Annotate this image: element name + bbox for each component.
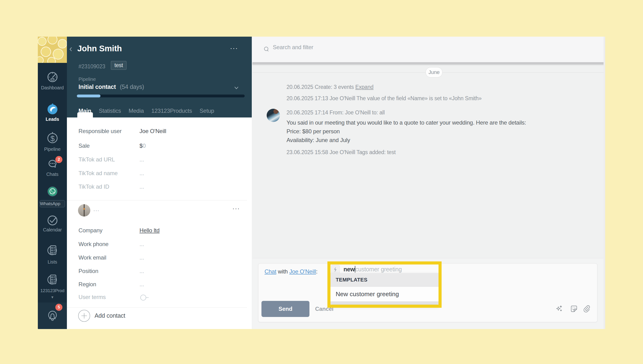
lead-menu-dots-icon[interactable]: ··· (230, 44, 238, 52)
colon-text: : (316, 268, 318, 275)
company-link[interactable]: Hello ltd (140, 227, 160, 234)
lead-card-header: ‹ John Smith ··· #23109023 test Pipeline… (67, 37, 252, 118)
chevron-down-icon[interactable] (232, 84, 240, 92)
field-row-position: Position... (78, 268, 144, 274)
whatsapp-icon (46, 185, 59, 198)
message-input[interactable]: newcustomer greeting (344, 266, 402, 273)
chat-with-line: Chat with Joe O'Neill: (264, 268, 318, 275)
tab-setup[interactable]: Setup (200, 108, 214, 114)
back-chevron-icon[interactable]: ‹ (69, 44, 72, 54)
tab-statistics[interactable]: Statistics (99, 108, 121, 114)
field-row-user-terms: User terms (78, 293, 152, 302)
sidebar-item-dashboard[interactable] (38, 70, 67, 84)
field-label: TikTok ad name (78, 170, 140, 176)
tab-products[interactable]: 123123Products (151, 108, 192, 114)
sidebar-item-calendar[interactable] (38, 214, 67, 228)
panel-scrollbar-gutter[interactable] (604, 37, 605, 329)
sidebar-expand-caret-icon[interactable]: ▾ (38, 295, 67, 300)
stage-days: (54 days) (120, 84, 144, 90)
message-body: You said in our meeting that you would l… (286, 118, 526, 144)
lead-tabs: Main Statistics Media 123123Products Set… (78, 108, 214, 114)
sidebar-item-lists[interactable] (38, 243, 67, 258)
template-shortcut-chip[interactable] (331, 265, 340, 274)
sidebar-item-whatsapp[interactable] (38, 185, 67, 199)
notifications-section: 5 (38, 302, 67, 329)
notifications-badge: 5 (55, 304, 62, 311)
horizontal-scrollbar[interactable] (252, 62, 605, 64)
active-tab-notch (77, 112, 93, 118)
sidebar-label-pipeline[interactable]: Pipeline (38, 146, 67, 152)
leads-logo-icon (46, 102, 59, 116)
sidebar-label-whatsapp[interactable]: WhatsApp (40, 200, 65, 207)
sidebar-label-leads[interactable]: Leads (38, 116, 67, 122)
contact-mini-menu-dots-icon[interactable]: ... (94, 206, 100, 212)
send-button[interactable]: Send (262, 301, 310, 317)
message-line: Price: $80 per person (286, 127, 526, 136)
stage-progress-bar (77, 94, 245, 98)
cancel-button[interactable]: Cancel (315, 306, 334, 312)
sidebar-label-dashboard[interactable]: Dashboard (38, 85, 67, 90)
field-label: TikTok ad ID (78, 184, 140, 190)
dashboard-gauge-icon (46, 70, 59, 84)
ai-sparkles-icon[interactable] (554, 304, 563, 313)
app-window: Dashboard Leads $ Pipeline (38, 37, 605, 329)
sidebar-item-products[interactable] (38, 272, 67, 287)
field-value[interactable]: ... (140, 184, 144, 190)
sidebar-item-leads[interactable] (38, 102, 67, 116)
account-logo-lemons[interactable] (38, 37, 67, 63)
field-row-work-phone: Work phone... (78, 241, 144, 248)
lead-tag-chip[interactable]: test (111, 61, 126, 70)
field-value[interactable]: ... (140, 254, 144, 261)
sidebar-label-calendar[interactable]: Calendar (38, 227, 67, 232)
field-label: TikTok ad URL (78, 156, 140, 163)
recipient-link[interactable]: Joe O'Neill (289, 268, 316, 275)
message-author-avatar[interactable] (267, 109, 280, 122)
section-divider (67, 200, 247, 200)
chat-type-link[interactable]: Chat (264, 268, 276, 275)
sidebar-item-pipeline[interactable]: $ (38, 131, 67, 145)
contact-avatar[interactable] (78, 204, 90, 216)
sidebar-label-products[interactable]: 123123Prod (38, 288, 67, 293)
field-label: Responsible user (78, 128, 140, 134)
timeline-event: 20.06.2025 Create: 3 events Expand (286, 84, 374, 90)
field-value[interactable]: ... (140, 156, 144, 162)
message-header: 20.06.2025 17:14 From: Joe O'Neill to: a… (286, 110, 384, 116)
template-option[interactable]: New customer greeting (330, 287, 439, 301)
stage-name: Initial contact (78, 84, 116, 90)
add-contact-button[interactable] (78, 310, 90, 322)
lightning-icon (333, 267, 338, 271)
lead-title: John Smith (77, 44, 122, 53)
plus-circle-icon (78, 310, 90, 322)
sidebar-label-lists[interactable]: Lists (38, 259, 67, 265)
tab-media[interactable]: Media (128, 108, 144, 114)
expand-link[interactable]: Expand (355, 84, 374, 90)
stage-progress-fill (77, 94, 100, 98)
add-contact-label[interactable]: Add contact (94, 312, 125, 319)
lead-id: #23109023 (78, 63, 105, 70)
paperclip-icon[interactable] (582, 304, 591, 313)
field-value[interactable]: ... (140, 241, 144, 247)
suggestion-text: customer greeting (355, 266, 402, 272)
sidebar: Dashboard Leads $ Pipeline (38, 37, 67, 329)
field-value[interactable]: ... (140, 170, 144, 176)
search-and-filter-bar[interactable]: Search and filter (252, 37, 605, 62)
field-value[interactable]: ... (140, 281, 144, 288)
templates-dropdown-header: TEMPLATES (330, 273, 439, 287)
field-value[interactable]: Joe O'Neill (140, 128, 166, 134)
sticker-emoji-icon[interactable] (570, 304, 578, 313)
field-label: Sale (78, 142, 140, 149)
user-terms-toggle[interactable] (140, 293, 152, 302)
notifications-bell[interactable] (38, 309, 67, 324)
chats-unread-badge: 2 (55, 156, 62, 163)
field-label: User terms (78, 294, 140, 300)
field-row-work-email: Work email... (78, 254, 144, 261)
message-line: You said in our meeting that you would l… (286, 118, 526, 127)
contact-menu-dots-icon[interactable]: ··· (232, 205, 240, 212)
field-value[interactable]: 0 (142, 142, 146, 149)
sidebar-label-chats[interactable]: Chats (38, 172, 67, 177)
svg-text:$: $ (50, 134, 54, 143)
message-line: Availability: June and July (286, 136, 526, 144)
field-value[interactable]: ... (140, 268, 144, 274)
sidebar-item-chats[interactable] (38, 157, 67, 171)
stage-selector[interactable]: Initial contact (54 days) (78, 84, 144, 90)
